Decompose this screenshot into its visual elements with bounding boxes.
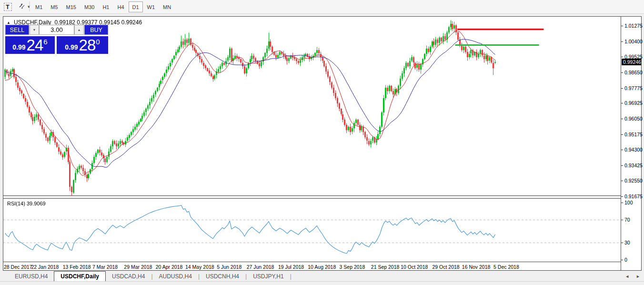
sell-button[interactable]: SELL <box>5 25 29 35</box>
sell-price-big: 24 <box>27 38 43 52</box>
date-tick-label: 14 May 2018 <box>185 264 214 270</box>
tab-audusd-h4[interactable]: AUDUSD,H4 <box>153 271 198 281</box>
cursor-arrows-button[interactable]: ▼ <box>15 1 33 12</box>
date-tick-label: 10 Aug 2018 <box>308 264 336 270</box>
price-tick-mark <box>621 57 623 57</box>
buy-price-prefix: 0.99 <box>65 43 78 51</box>
date-tick-label: 5 Jun 2018 <box>217 264 242 270</box>
price-tick-label: 1.00400 <box>624 39 643 44</box>
price-axis[interactable]: 0.99246 1.012751.004000.995250.986500.97… <box>621 17 641 270</box>
price-tick-label: 0.96050 <box>624 116 643 122</box>
rsi-tick-mark <box>621 243 623 243</box>
rsi-canvas[interactable] <box>3 199 621 262</box>
collapse-arrow-icon[interactable]: ▲ <box>7 20 10 25</box>
tab-usdchf-daily[interactable]: USDCHF,Daily <box>54 271 106 281</box>
price-tick-mark <box>621 41 623 42</box>
tab-scroll-left-icon[interactable]: ◄ <box>625 274 629 279</box>
buy-price-pip: 0 <box>96 38 100 46</box>
lot-size-input[interactable] <box>39 25 74 35</box>
status-bar <box>0 281 644 285</box>
timeframe-button-mn[interactable]: MN <box>159 1 175 12</box>
tab-eurusd-h4[interactable]: EURUSD,H4 <box>9 271 54 281</box>
date-tick-label: 27 Jun 2018 <box>247 264 274 270</box>
rsi-indicator-label: RSI(14) 39.9069 <box>7 201 46 206</box>
price-tick-mark <box>621 134 623 135</box>
toolbar-grip <box>28 2 30 12</box>
timeframe-button-d1[interactable]: D1 <box>129 1 143 12</box>
price-tick-label: 0.97775 <box>624 85 643 91</box>
price-tick-mark <box>621 103 623 103</box>
panel-splitter[interactable] <box>3 195 621 199</box>
date-tick-label: 22 Jan 2018 <box>31 264 59 270</box>
timeframe-button-m30[interactable]: M30 <box>80 1 98 12</box>
rsi-tick-label: 100 <box>624 200 633 205</box>
buy-price-panel[interactable]: 0.99 28 0 <box>57 36 108 54</box>
cursor-arrows-icon <box>18 2 26 12</box>
chart-window: ▲ USDCHF,Daily 0.99182 0.99377 0.99145 0… <box>3 16 642 271</box>
price-tick-mark <box>621 72 623 73</box>
price-tick-label: 0.96925 <box>624 100 643 106</box>
price-tick-mark <box>621 165 623 166</box>
timeframe-button-m1[interactable]: M1 <box>31 1 46 12</box>
tab-separator: | <box>290 271 292 281</box>
date-tick-label: 10 Oct 2018 <box>401 264 428 270</box>
timeframe-button-h4[interactable]: H4 <box>113 1 128 12</box>
rsi-tick-mark <box>621 260 623 260</box>
buy-button[interactable]: BUY <box>84 25 108 35</box>
date-tick-label: 21 Sep 2018 <box>371 264 400 270</box>
text-tool-button[interactable]: T <box>2 1 13 12</box>
price-tick-label: 0.95175 <box>624 132 643 137</box>
top-toolbar: T ▼ M1M5M15M30H1H4D1W1MN <box>0 0 644 14</box>
price-tick-mark <box>621 88 623 89</box>
timeframe-button-w1[interactable]: W1 <box>143 1 159 12</box>
date-tick-label: 28 Dec 2017 <box>4 264 32 270</box>
timeframe-bar: M1M5M15M30H1H4D1W1MN <box>31 1 175 12</box>
tab-usdcad-h4[interactable]: USDCAD,H4 <box>106 271 151 281</box>
text-tool-icon: T <box>4 3 12 11</box>
date-tick-label: 3 Sep 2018 <box>340 264 365 270</box>
price-tick-label: 0.99525 <box>624 54 643 60</box>
price-tick-label: 0.93425 <box>624 163 643 168</box>
lot-increase-button[interactable]: ▲ <box>74 25 84 35</box>
tab-usdjpy-h1[interactable]: USDJPY,H1 <box>247 271 290 281</box>
price-tick-label: 0.91675 <box>624 193 643 199</box>
sell-price-panel[interactable]: 0.99 24 6 <box>5 36 55 54</box>
price-tick-mark <box>621 26 623 26</box>
date-tick-label: 19 Jul 2018 <box>278 264 304 270</box>
price-tick-mark <box>621 150 623 150</box>
timeframe-button-m5[interactable]: M5 <box>47 1 61 12</box>
sell-price-prefix: 0.99 <box>12 43 25 51</box>
price-tick-label: 0.94300 <box>624 147 643 153</box>
date-axis[interactable]: 28 Dec 201722 Jan 201813 Feb 20187 Mar 2… <box>3 263 621 270</box>
price-tick-label: 0.98650 <box>624 70 643 75</box>
rsi-tick-mark <box>621 220 623 220</box>
sell-price-pip: 6 <box>43 38 47 46</box>
timeframe-button-m15[interactable]: M15 <box>62 1 80 12</box>
tab-usdcnh-h4[interactable]: USDCNH,H4 <box>200 271 245 281</box>
price-tick-mark <box>621 119 623 119</box>
date-tick-label: 13 Feb 2018 <box>63 264 91 270</box>
price-tick-mark <box>621 196 623 197</box>
price-tick-label: 1.01275 <box>624 23 643 29</box>
rsi-tick-mark <box>621 203 623 203</box>
buy-price-big: 28 <box>79 38 96 52</box>
timeframe-button-h1[interactable]: H1 <box>99 1 113 12</box>
price-chart-panel: ▲ USDCHF,Daily 0.99182 0.99377 0.99145 0… <box>3 17 621 195</box>
tab-scroll-right-icon[interactable]: ► <box>636 274 640 279</box>
rsi-panel: RSI(14) 39.9069 <box>3 199 621 262</box>
date-tick-label: 5 Dec 2018 <box>493 264 519 270</box>
price-tick-label: 0.92550 <box>624 178 643 183</box>
lot-decrease-button[interactable]: ▼ <box>30 25 39 35</box>
date-tick-label: 29 Mar 2018 <box>124 264 152 270</box>
tab-scroll-arrows: ◄ ► <box>625 271 640 281</box>
rsi-tick-label: 30 <box>624 240 630 245</box>
date-tick-label: 29 Oct 2018 <box>432 264 459 270</box>
rsi-tick-label: 70 <box>624 217 630 223</box>
date-tick-label: 7 Mar 2018 <box>92 264 118 270</box>
date-tick-label: 16 Nov 2018 <box>462 264 491 270</box>
date-tick-label: 20 Apr 2018 <box>156 264 183 270</box>
rsi-tick-label: 0 <box>624 257 627 263</box>
price-tick-mark <box>621 181 623 181</box>
chart-tab-bar: EURUSD,H4USDCHF,DailyUSDCAD,H4|AUDUSD,H4… <box>0 271 644 281</box>
